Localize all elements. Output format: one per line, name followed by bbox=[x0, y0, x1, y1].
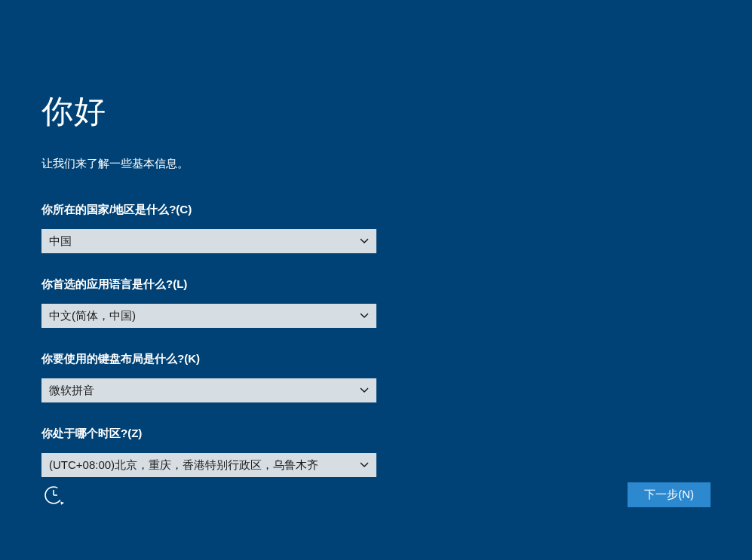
keyboard-label: 你要使用的键盘布局是什么?(K) bbox=[41, 352, 752, 366]
keyboard-dropdown-value: 微软拼音 bbox=[49, 384, 360, 398]
timezone-label: 你处于哪个时区?(Z) bbox=[41, 427, 752, 441]
timezone-dropdown-value: (UTC+08:00)北京，重庆，香港特别行政区，乌鲁木齐 bbox=[49, 458, 360, 473]
country-dropdown[interactable]: 中国 bbox=[41, 229, 376, 253]
ease-of-access-icon[interactable] bbox=[41, 483, 66, 507]
keyboard-field-group: 你要使用的键盘布局是什么?(K) 微软拼音 bbox=[41, 352, 752, 402]
country-dropdown-value: 中国 bbox=[49, 234, 360, 249]
keyboard-dropdown[interactable]: 微软拼音 bbox=[41, 378, 376, 402]
page-subtitle: 让我们来了解一些基本信息。 bbox=[41, 157, 752, 171]
language-dropdown-value: 中文(简体，中国) bbox=[49, 309, 360, 323]
language-label: 你首选的应用语言是什么?(L) bbox=[41, 277, 752, 292]
next-button[interactable]: 下一步(N) bbox=[628, 482, 711, 507]
language-field-group: 你首选的应用语言是什么?(L) 中文(简体，中国) bbox=[41, 277, 752, 328]
chevron-down-icon bbox=[360, 313, 369, 319]
page-title: 你好 bbox=[41, 90, 752, 133]
timezone-dropdown[interactable]: (UTC+08:00)北京，重庆，香港特别行政区，乌鲁木齐 bbox=[41, 453, 376, 477]
timezone-field-group: 你处于哪个时区?(Z) (UTC+08:00)北京，重庆，香港特别行政区，乌鲁木… bbox=[41, 427, 752, 477]
language-dropdown[interactable]: 中文(简体，中国) bbox=[41, 304, 376, 328]
country-field-group: 你所在的国家/地区是什么?(C) 中国 bbox=[41, 203, 752, 253]
chevron-down-icon bbox=[360, 238, 369, 244]
country-label: 你所在的国家/地区是什么?(C) bbox=[41, 203, 752, 217]
chevron-down-icon bbox=[360, 387, 369, 393]
chevron-down-icon bbox=[360, 462, 369, 468]
